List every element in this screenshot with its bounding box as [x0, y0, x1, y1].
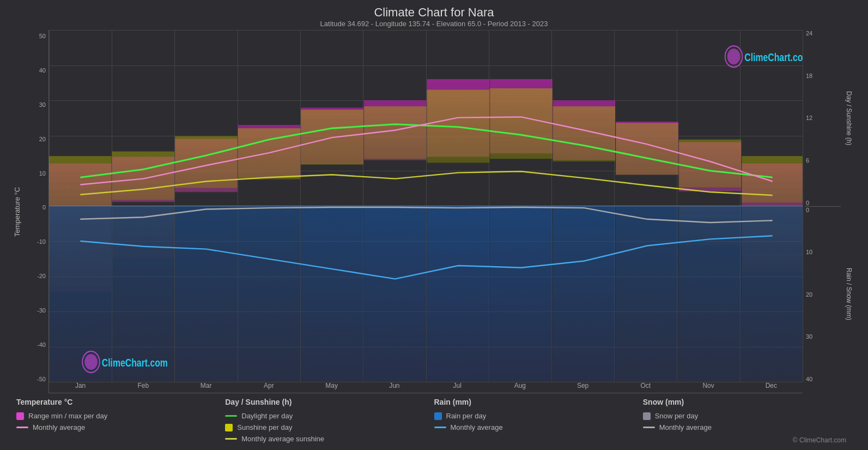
y-right-rain-30: 30	[806, 333, 841, 340]
x-tick-apr: Apr	[238, 382, 300, 393]
rain-avg-swatch	[434, 427, 446, 428]
svg-rect-36	[490, 88, 553, 159]
svg-rect-8	[490, 206, 553, 382]
legend-col-temperature: Temperature °C Range min / max per day M…	[16, 398, 225, 445]
legend-temp-range: Range min / max per day	[16, 412, 225, 420]
sunshine-axis-label: Day / Sunshine (h)	[845, 91, 853, 145]
y-axis-left-label: Temperature °C	[11, 30, 21, 393]
y-axis-right: 24 18 12 6 0 0 10 20 30 40	[803, 30, 841, 393]
y-tick-0: 0	[21, 204, 46, 211]
x-tick-aug: Aug	[489, 382, 551, 393]
page-wrapper: Climate Chart for Nara Latitude 34.692 -…	[0, 0, 868, 450]
snow-avg-swatch	[643, 427, 655, 428]
temp-avg-swatch	[16, 427, 28, 428]
chart-svg: ClimeChart.com ClimeChart.com	[49, 30, 803, 382]
legend-col-rain: Rain (mm) Rain per day Monthly average	[434, 398, 643, 445]
y-right-rain-10: 10	[806, 249, 841, 255]
x-tick-jun: Jun	[363, 382, 426, 393]
legend-snow-avg: Monthly average	[643, 423, 852, 431]
x-axis: Jan Feb Mar Apr May Jun Jul Aug Sep Oct …	[49, 382, 803, 393]
svg-rect-37	[553, 106, 616, 161]
x-tick-nov: Nov	[677, 382, 740, 393]
y-tick-n50: -50	[21, 376, 46, 382]
legend-sunshine-avg: Monthly average sunshine	[225, 435, 434, 443]
legend-rain-per-day-label: Rain per day	[446, 412, 487, 420]
legend-rain-avg: Monthly average	[434, 423, 643, 431]
svg-text:ClimeChart.com: ClimeChart.com	[744, 52, 803, 64]
y-tick-30: 30	[21, 101, 46, 108]
y-right-rain-0: 0	[806, 207, 841, 213]
svg-rect-39	[679, 140, 742, 188]
y-tick-10: 10	[21, 170, 46, 177]
title-area: Climate Chart for Nara Latitude 34.692 -…	[11, 5, 857, 28]
chart-area: ClimeChart.com ClimeChart.com Jan Feb Ma…	[48, 30, 803, 393]
rain-swatch	[434, 412, 442, 420]
legend-temp-range-label: Range min / max per day	[28, 412, 107, 420]
legend-col-snow: Snow (mm) Snow per day Monthly average ©…	[643, 398, 852, 445]
legend-area: Temperature °C Range min / max per day M…	[11, 393, 857, 445]
y-tick-n10: -10	[21, 238, 46, 245]
legend-rain-per-day: Rain per day	[434, 412, 643, 420]
svg-rect-4	[238, 206, 301, 382]
y-tick-n40: -40	[21, 341, 46, 348]
legend-daylight-label: Daylight per day	[241, 412, 293, 420]
y-right-sunshine-24: 24	[806, 30, 841, 37]
legend-daylight: Daylight per day	[225, 412, 434, 420]
y-right-sunshine-6: 6	[806, 157, 841, 164]
legend-snow-per-day-label: Snow per day	[655, 412, 699, 420]
svg-rect-29	[49, 156, 112, 206]
legend-sunshine-per-day: Sunshine per day	[225, 423, 434, 431]
legend-sunshine-title: Day / Sunshine (h)	[225, 398, 434, 406]
legend-temp-title: Temperature °C	[16, 398, 225, 406]
svg-rect-9	[553, 206, 616, 382]
y-right-sunshine-0: 0	[806, 200, 841, 206]
svg-rect-7	[427, 206, 489, 382]
y-right-rain-20: 20	[806, 291, 841, 298]
y-axis-left: 50 40 30 20 10 0 -10 -20 -30 -40 -50	[21, 30, 48, 393]
legend-rain-title: Rain (mm)	[434, 398, 643, 406]
svg-rect-30	[112, 152, 175, 200]
svg-rect-10	[616, 206, 678, 382]
copyright: © ClimeChart.com	[793, 436, 852, 444]
legend-snow-avg-label: Monthly average	[659, 423, 712, 431]
y-tick-20: 20	[21, 136, 46, 142]
x-tick-jan: Jan	[49, 382, 112, 393]
legend-col-sunshine: Day / Sunshine (h) Daylight per day Suns…	[225, 398, 434, 445]
svg-rect-3	[175, 206, 238, 382]
daylight-swatch	[225, 415, 237, 417]
y-right-rain-40: 40	[806, 376, 841, 382]
x-tick-oct: Oct	[614, 382, 677, 393]
legend-snow-per-day: Snow per day	[643, 412, 852, 420]
legend-temp-avg-label: Monthly average	[33, 423, 85, 431]
x-tick-sep: Sep	[551, 382, 614, 393]
x-tick-may: May	[300, 382, 363, 393]
x-tick-dec: Dec	[740, 382, 803, 393]
subtitle: Latitude 34.692 - Longitude 135.74 - Ele…	[11, 20, 857, 28]
svg-text:ClimeChart.com: ClimeChart.com	[102, 357, 168, 369]
x-tick-mar: Mar	[175, 382, 238, 393]
svg-rect-38	[616, 123, 678, 175]
svg-rect-5	[301, 206, 363, 382]
temp-range-swatch	[16, 412, 24, 420]
legend-snow-title: Snow (mm)	[643, 398, 852, 406]
y-right-sunshine-18: 18	[806, 73, 841, 79]
legend-sunshine-per-day-label: Sunshine per day	[237, 423, 292, 431]
y-tick-n20: -20	[21, 273, 46, 279]
sunshine-swatch	[225, 424, 233, 431]
chart-container: Temperature °C 50 40 30 20 10 0 -10 -20 …	[11, 30, 857, 393]
x-tick-jul: Jul	[426, 382, 489, 393]
x-tick-feb: Feb	[112, 382, 174, 393]
y-right-sunshine-12: 12	[806, 115, 841, 121]
y-tick-n30: -30	[21, 307, 46, 314]
svg-point-42	[84, 354, 98, 370]
svg-rect-16	[742, 206, 803, 273]
svg-rect-6	[364, 206, 427, 382]
snow-swatch	[643, 412, 651, 420]
svg-point-45	[727, 49, 740, 64]
legend-rain-avg-label: Monthly average	[451, 423, 503, 431]
y-axis-right-labels: Day / Sunshine (h) Rain / Snow (mm)	[841, 30, 857, 393]
legend-temp-avg: Monthly average	[16, 423, 225, 431]
rain-axis-label: Rain / Snow (mm)	[845, 268, 853, 320]
y-tick-40: 40	[21, 67, 46, 74]
sunshine-avg-swatch	[225, 438, 237, 440]
